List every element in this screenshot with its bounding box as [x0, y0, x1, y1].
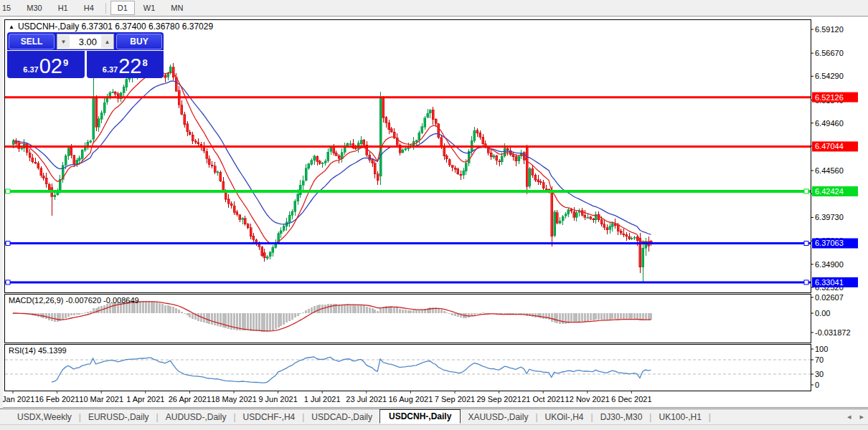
buy-price-button[interactable]: 6.37 22 8	[87, 51, 164, 78]
tab-scroll-right-icon[interactable]: ▸	[859, 412, 864, 421]
mt4-terminal: { "toolbar": { "timeframes": [ {"label":…	[0, 0, 868, 430]
timeframe-button-mn[interactable]: MN	[164, 1, 190, 15]
svg-text:16 Aug 2021: 16 Aug 2021	[389, 395, 433, 403]
ma-slow-line	[13, 81, 651, 234]
timeframe-toolbar: 15M30H1H4D1W1MN	[0, 0, 868, 16]
svg-text:25 Jan 2021: 25 Jan 2021	[3, 395, 34, 403]
hline-handle[interactable]	[6, 241, 10, 245]
sell-price-small: 6.37	[23, 65, 38, 74]
tab-audusd-daily[interactable]: AUDUSD-,Daily	[159, 411, 234, 424]
collapse-panel-icon[interactable]: ▲	[9, 24, 14, 30]
svg-text:18 May 2021: 18 May 2021	[211, 395, 257, 403]
svg-text:100: 100	[815, 345, 828, 353]
candlestick-series	[12, 60, 652, 283]
svg-text:21 Oct 2021: 21 Oct 2021	[522, 395, 565, 403]
svg-text:30: 30	[815, 370, 824, 378]
chart-tab-bar: USDX,Weekly|EURUSD-,Daily|AUDUSD-,Daily|…	[0, 408, 868, 424]
macd-indicator-label: MACD(12,26,9) -0.007620 -0.008649	[9, 296, 139, 305]
timeframe-button-m30[interactable]: M30	[19, 1, 49, 15]
svg-text:0.02607: 0.02607	[815, 293, 844, 302]
timeframe-button-h4[interactable]: H4	[77, 1, 101, 15]
one-click-trade-panel: SELL ▼ 3.00 ▲ BUY 6.37 02 9 6.37 22 8	[7, 32, 164, 78]
tab-dj30-m30[interactable]: DJ30-,M30	[593, 411, 650, 424]
hline-handle[interactable]	[6, 189, 10, 194]
sell-price-sup: 9	[63, 57, 68, 68]
svg-text:1 Apr 2021: 1 Apr 2021	[126, 395, 164, 403]
svg-text:23 Jul 2021: 23 Jul 2021	[346, 395, 387, 403]
svg-text:6.47044: 6.47044	[815, 142, 844, 150]
svg-text:6.49460: 6.49460	[815, 119, 844, 128]
svg-text:1 Jul 2021: 1 Jul 2021	[304, 395, 341, 403]
rsi-indicator-label: RSI(14) 45.1399	[9, 346, 67, 355]
svg-text:6.33041: 6.33041	[815, 278, 844, 287]
tab-scroll-arrows: ◂ ▸	[847, 412, 864, 421]
tab-eurusd-daily[interactable]: EURUSD-,Daily	[81, 411, 156, 424]
rsi-line	[52, 357, 651, 383]
timeframe-button-w1[interactable]: W1	[136, 1, 163, 15]
timeframe-button-d1[interactable]: D1	[110, 1, 135, 15]
tab-uk100-h1[interactable]: UK100-,H1	[651, 411, 708, 424]
toolbar-divider	[105, 3, 106, 14]
timeframe-button-15[interactable]: 15	[0, 1, 18, 15]
rsi-pane-frame	[5, 345, 811, 391]
svg-text:26 Apr 2021: 26 Apr 2021	[169, 395, 211, 403]
chart-title: ▲USDCNH-,Daily 6.37301 6.37400 6.36780 6…	[9, 22, 213, 32]
trade-panel-top-row: SELL ▼ 3.00 ▲ BUY	[7, 32, 164, 50]
svg-text:6.34900: 6.34900	[815, 260, 844, 269]
sell-price-button[interactable]: 6.37 02 9	[7, 51, 85, 78]
tab-xauusd-daily[interactable]: XAUUSD-,Daily	[461, 411, 535, 424]
svg-text:12 Nov 2021: 12 Nov 2021	[565, 395, 610, 403]
svg-text:6 Dec 2021: 6 Dec 2021	[611, 395, 651, 403]
svg-text:10 Mar 2021: 10 Mar 2021	[79, 395, 123, 403]
buy-price-small: 6.37	[103, 65, 118, 74]
chart-title-text: USDCNH-,Daily 6.37301 6.37400 6.36780 6.…	[18, 22, 213, 32]
timeframe-button-h1[interactable]: H1	[51, 1, 75, 15]
volume-value[interactable]: 3.00	[70, 37, 101, 47]
trade-panel-price-row: 6.37 02 9 6.37 22 8	[7, 51, 164, 78]
svg-text:6.42424: 6.42424	[815, 187, 844, 196]
svg-text:-0.031872: -0.031872	[815, 328, 851, 337]
tab-scroll-left-icon[interactable]: ◂	[847, 412, 852, 421]
svg-text:6.56670: 6.56670	[815, 49, 844, 57]
tab-usdcnh-daily[interactable]: USDCNH-,Daily	[379, 409, 461, 424]
buy-price-sup: 8	[142, 57, 147, 68]
tab-usdchf-h4[interactable]: USDCHF-,H4	[236, 411, 303, 424]
svg-text:6.44560: 6.44560	[815, 166, 844, 175]
tab-ukoil-h4[interactable]: UKOil-,H4	[538, 411, 591, 424]
svg-text:0: 0	[815, 381, 819, 389]
buy-button[interactable]: BUY	[116, 34, 162, 49]
svg-text:6.37063: 6.37063	[815, 239, 844, 247]
svg-text:6.54290: 6.54290	[815, 72, 844, 80]
hline-handle[interactable]	[804, 241, 808, 245]
svg-text:0.00: 0.00	[815, 309, 830, 317]
svg-text:9 Jun 2021: 9 Jun 2021	[258, 395, 297, 403]
tab-divider: |	[709, 412, 711, 422]
chart-window: 6.591206.566706.542906.518406.494606.470…	[3, 17, 868, 408]
hline-handle[interactable]	[6, 280, 10, 285]
tab-usdcad-daily[interactable]: USDCAD-,Daily	[304, 411, 379, 424]
volume-increase-button[interactable]: ▲	[101, 35, 113, 48]
status-bar	[0, 424, 868, 430]
volume-decrease-button[interactable]: ▼	[57, 35, 70, 48]
svg-text:6.52126: 6.52126	[815, 93, 844, 102]
hline-handle[interactable]	[804, 189, 808, 194]
tab-usdx-weekly[interactable]: USDX,Weekly	[10, 411, 79, 424]
svg-text:6.59120: 6.59120	[815, 25, 844, 34]
svg-text:16 Feb 2021: 16 Feb 2021	[35, 395, 80, 403]
sell-price-big: 02	[39, 56, 62, 77]
svg-text:6.39730: 6.39730	[815, 213, 844, 221]
buy-price-big: 22	[118, 56, 141, 77]
hline-handle[interactable]	[804, 280, 808, 285]
sell-button[interactable]: SELL	[9, 34, 55, 49]
svg-text:29 Sep 2021: 29 Sep 2021	[476, 395, 521, 403]
svg-text:7 Sep 2021: 7 Sep 2021	[435, 395, 475, 403]
svg-text:70: 70	[815, 355, 824, 364]
date-axis: 25 Jan 202116 Feb 202110 Mar 20211 Apr 2…	[3, 391, 652, 404]
volume-stepper: ▼ 3.00 ▲	[57, 34, 114, 49]
price-axis: 6.591206.566706.542906.518406.494606.470…	[811, 25, 851, 389]
